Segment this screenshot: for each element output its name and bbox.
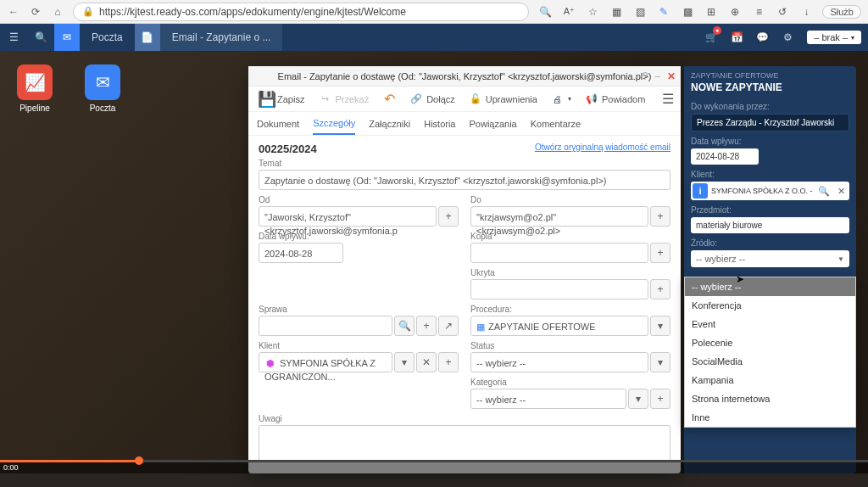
email-window: Email - Zapytanie o dostawę (Od: "Jawors… bbox=[248, 66, 681, 473]
history-icon[interactable]: ↺ bbox=[775, 4, 790, 20]
calendar-icon[interactable]: 📅 bbox=[724, 24, 749, 51]
open-original-link[interactable]: Otwórz oryginalną wiadomość email bbox=[535, 143, 670, 152]
ext5-icon[interactable]: ≡ bbox=[751, 4, 766, 20]
input-status[interactable]: -- wybierz -- bbox=[470, 352, 648, 372]
search-icon[interactable]: 🔍 bbox=[27, 24, 54, 51]
notify-button[interactable]: 📢Powiadom bbox=[580, 90, 650, 109]
input-procedura[interactable]: ▦ZAPYTANIE OFERTOWE bbox=[470, 316, 648, 336]
input-uwagi[interactable] bbox=[259, 425, 670, 462]
search-sprawa-button[interactable]: 🔍 bbox=[394, 316, 415, 336]
zoom-icon[interactable]: 🔍 bbox=[537, 4, 553, 20]
tab-email[interactable]: Email - Zapytanie o ... bbox=[160, 24, 283, 51]
side-klient-field[interactable]: i SYMFONIA SPÓŁKA Z O.O. - Aleje 🔍 ✕ bbox=[691, 182, 849, 200]
org-icon[interactable]: ⚙ bbox=[775, 24, 800, 51]
input-do[interactable]: "krzjawsym@o2.pl" <krzjawsym@o2.pl> bbox=[470, 206, 648, 227]
megaphone-icon: 📢 bbox=[585, 92, 598, 106]
read-aloud-icon[interactable]: A⁺ bbox=[561, 4, 576, 20]
favorite-icon[interactable]: ☆ bbox=[585, 4, 600, 20]
add-sprawa-button[interactable]: + bbox=[416, 316, 437, 336]
kategoria-add-button[interactable]: + bbox=[650, 389, 670, 409]
mail-module-icon[interactable]: ✉ bbox=[54, 24, 80, 51]
menu-icon[interactable]: ☰ bbox=[0, 24, 27, 51]
notifications-icon[interactable]: 🛒● bbox=[698, 24, 724, 51]
add-ukryta-button[interactable]: + bbox=[650, 279, 670, 299]
dd-item-kampania[interactable]: Kampania bbox=[685, 371, 855, 389]
downloads-icon[interactable]: ↓ bbox=[798, 4, 814, 20]
ext2-icon[interactable]: ▨ bbox=[632, 4, 648, 20]
brak-selector[interactable]: – brak –▾ bbox=[807, 31, 861, 44]
dd-item-strona[interactable]: Strona internetowa bbox=[685, 389, 855, 408]
label-klient: Klient bbox=[259, 341, 459, 350]
ext3-icon[interactable]: ▩ bbox=[680, 4, 695, 20]
tab-zalaczniki[interactable]: Załączniki bbox=[369, 114, 410, 134]
url-text: https://kjtest.ready-os.com/apps/edokume… bbox=[99, 6, 406, 18]
add-kopia-button[interactable]: + bbox=[650, 243, 670, 263]
klient-dropdown-button[interactable]: ▾ bbox=[394, 352, 415, 372]
refresh-icon[interactable]: ⟳ bbox=[29, 5, 42, 19]
input-od[interactable]: "Jaworski, Krzysztof" <krzysztof.jaworsk… bbox=[259, 206, 437, 227]
input-data-wplywu[interactable]: 2024-08-28 bbox=[259, 243, 343, 263]
input-przedmiot[interactable] bbox=[691, 217, 849, 233]
url-bar[interactable]: 🔒 https://kjtest.ready-os.com/apps/edoku… bbox=[73, 3, 529, 21]
collections-icon[interactable]: ⊕ bbox=[727, 4, 743, 20]
label-s-data-wplywu: Data wpływu: bbox=[691, 137, 849, 146]
wand-icon[interactable]: ✎ bbox=[656, 4, 671, 20]
dd-item-event[interactable]: Event bbox=[685, 315, 855, 333]
side-klient-search-icon[interactable]: 🔍 bbox=[817, 184, 831, 198]
select-zrodlo[interactable]: -- wybierz --▼ bbox=[691, 250, 849, 267]
video-scrubber[interactable]: 0:00 bbox=[0, 460, 868, 473]
permissions-button[interactable]: 🔓Uprawnienia bbox=[464, 90, 542, 109]
tab-dokument[interactable]: Dokument bbox=[257, 114, 299, 134]
save-button[interactable]: 💾Zapisz bbox=[255, 90, 309, 109]
kategoria-dropdown-button[interactable]: ▾ bbox=[628, 389, 648, 409]
chat-icon[interactable]: 💬 bbox=[749, 24, 775, 51]
print-button[interactable]: 🖨▾ bbox=[546, 90, 576, 109]
tab-historia[interactable]: Historia bbox=[424, 114, 455, 134]
document-number: 00225/2024 bbox=[259, 143, 317, 155]
close-icon[interactable]: ✕ bbox=[667, 70, 676, 82]
input-sprawa[interactable] bbox=[259, 316, 392, 336]
dd-item-wybierz[interactable]: -- wybierz -- bbox=[685, 277, 855, 296]
label-status: Status bbox=[470, 341, 670, 350]
input-klient[interactable]: ⬢SYMFONIA SPÓŁKA Z OGRANICZON... bbox=[259, 352, 392, 372]
ext1-icon[interactable]: ▦ bbox=[609, 4, 624, 20]
save-icon: 💾 bbox=[260, 92, 274, 106]
minimize-icon[interactable]: – bbox=[654, 70, 660, 82]
label-s-klient: Klient: bbox=[691, 170, 849, 179]
reply-button[interactable]: ↶ bbox=[377, 90, 401, 109]
profile-badge[interactable]: Służb bbox=[822, 5, 861, 19]
input-s-data[interactable] bbox=[691, 148, 759, 165]
more-menu-icon[interactable]: ☰ bbox=[662, 91, 674, 107]
dd-item-socialmedia[interactable]: SocialMedia bbox=[685, 352, 855, 371]
home-icon[interactable]: ⌂ bbox=[51, 5, 64, 19]
klient-add-button[interactable]: + bbox=[438, 352, 459, 372]
add-do-button[interactable]: + bbox=[650, 206, 670, 227]
input-kopia[interactable] bbox=[470, 243, 648, 263]
app-header: ☰ 🔍 ✉ Poczta 📄 Email - Zapytanie o ... 🛒… bbox=[0, 24, 868, 51]
help-icon[interactable]: ? bbox=[643, 70, 648, 82]
forward-button[interactable]: ↪Przekaż bbox=[313, 90, 374, 109]
goto-sprawa-button[interactable]: ↗ bbox=[438, 316, 459, 336]
dd-item-polecenie[interactable]: Polecenie bbox=[685, 333, 855, 352]
label-od: Od bbox=[259, 195, 459, 204]
desktop-icon-pipeline[interactable]: 📈 Pipeline bbox=[14, 64, 56, 113]
desktop-icon-poczta[interactable]: ✉ Poczta bbox=[81, 64, 124, 113]
status-dropdown-button[interactable]: ▾ bbox=[650, 352, 670, 372]
procedura-dropdown-button[interactable]: ▾ bbox=[650, 316, 670, 336]
input-kategoria[interactable]: -- wybierz -- bbox=[470, 389, 626, 409]
input-temat[interactable]: Zapytanie o dostawę (Od: "Jaworski, Krzy… bbox=[259, 170, 670, 190]
input-ukryta[interactable] bbox=[470, 279, 648, 299]
attach-button[interactable]: 🔗Dołącz bbox=[404, 90, 460, 109]
tab-poczta[interactable]: Poczta bbox=[80, 24, 135, 51]
add-od-button[interactable]: + bbox=[438, 206, 459, 227]
dd-item-inne[interactable]: Inne bbox=[685, 408, 855, 427]
reply-icon: ↶ bbox=[382, 92, 396, 106]
tab-powiazania[interactable]: Powiązania bbox=[469, 114, 516, 134]
back-icon[interactable]: ← bbox=[7, 5, 20, 19]
dd-item-konferencja[interactable]: Konferencja bbox=[685, 296, 855, 315]
side-klient-clear-icon[interactable]: ✕ bbox=[834, 184, 848, 198]
tab-komentarze[interactable]: Komentarze bbox=[531, 114, 581, 134]
ext4-icon[interactable]: ⊞ bbox=[704, 4, 719, 20]
klient-clear-button[interactable]: ✕ bbox=[416, 352, 437, 372]
tab-szczegoly[interactable]: Szczegóły bbox=[313, 113, 355, 135]
